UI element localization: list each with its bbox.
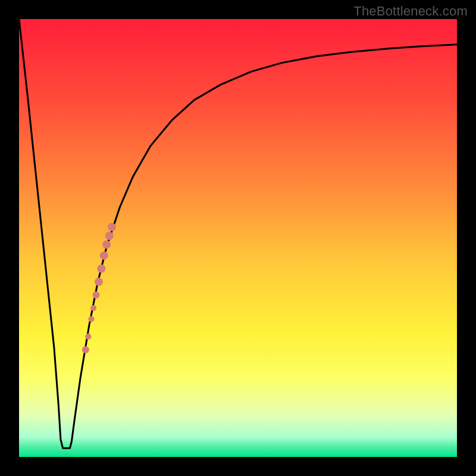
highlight-dot: [95, 278, 103, 286]
watermark-text: TheBottleneck.com: [353, 4, 468, 19]
highlight-dot: [85, 334, 91, 340]
svg-rect-0: [19, 19, 457, 457]
highlight-dot: [100, 251, 108, 259]
highlight-dot: [93, 292, 100, 299]
highlight-dot: [90, 305, 96, 311]
highlight-dot: [88, 316, 94, 322]
highlight-dot: [97, 265, 105, 273]
plot-area: [19, 19, 457, 457]
highlight-dot: [82, 346, 89, 353]
chart-frame: TheBottleneck.com: [0, 0, 476, 476]
highlight-dot: [102, 240, 111, 249]
chart-svg: [19, 19, 457, 457]
highlight-dot: [105, 231, 114, 240]
highlight-dot: [108, 223, 116, 231]
